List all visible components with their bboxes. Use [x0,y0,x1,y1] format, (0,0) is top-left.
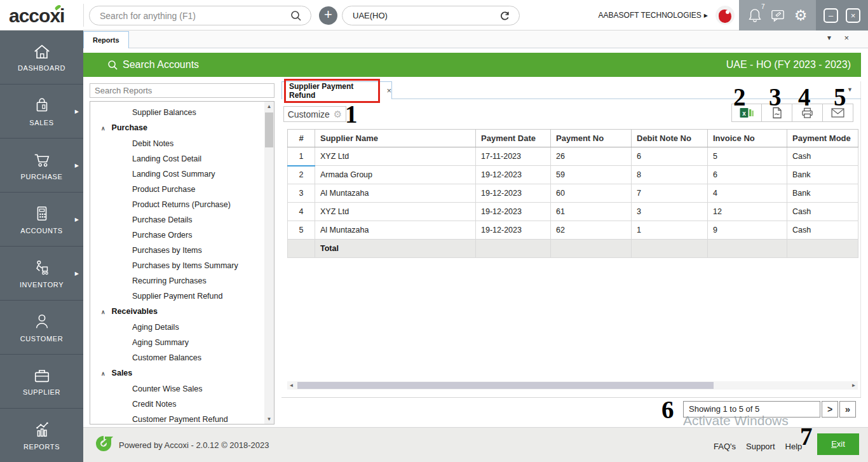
table-row[interactable]: 4XYZ Ltd19-12-202361312Cash [288,203,858,221]
hscrollbar-thumb[interactable] [297,382,714,389]
report-list-item[interactable]: Purchases by Items Summary [90,258,274,273]
annotation-7: 7 [800,424,813,449]
table-cell [787,240,858,258]
table-cell: 9 [708,221,787,240]
report-list-item[interactable]: Aging Details [90,320,274,335]
chat-icon [770,8,785,22]
report-section-header[interactable]: ∧Receivables [90,304,274,320]
messages-button[interactable] [770,8,785,22]
accoxi-logo: accoxi [9,5,64,27]
table-row[interactable]: 1XYZ Ltd17-11-20232665Cash [288,147,858,166]
table-row[interactable]: 2Armada Group19-12-20235986Bank [288,166,858,184]
report-list-item[interactable]: Purchase Orders [90,228,274,243]
tabstrip-close-icon[interactable]: × [844,33,849,43]
scroll-up-icon[interactable]: ▲ [264,102,274,111]
sidebar-item-customer[interactable]: CUSTOMER [0,300,83,354]
report-list-item[interactable]: Landing Cost Summary [90,166,274,182]
table-cell: 7 [632,184,708,203]
supplier-payment-refund-table: #Supplier NamePayment DatePayment NoDebi… [287,129,858,258]
exit-button[interactable]: Exit [817,433,859,455]
report-list-item[interactable]: Recurring Purchases [90,273,274,289]
faqs-link[interactable]: FAQ's [714,442,736,451]
accoxi-footer-logo [93,433,114,454]
report-list-item[interactable]: Supplier Payment Refund [90,289,274,304]
table-cell: 19-12-2023 [476,166,551,184]
report-list-item[interactable]: Debit Notes [90,136,274,151]
table-cell: 12 [708,203,787,221]
report-section-header[interactable]: ∧Purchase [90,120,274,136]
search-accounts-icon [107,60,118,71]
table-cell: Cash [787,221,858,240]
module-header-bar: Search Accounts UAE - HO (FY 2023 - 2023… [83,53,861,77]
support-link[interactable]: Support [746,442,775,451]
report-tab-close-icon[interactable]: × [386,86,391,95]
table-row[interactable]: 5Al Muntazaha19-12-20236219Cash [288,221,858,240]
top-bar: accoxi Search for anything (F1) + UAE(HO… [0,0,868,31]
report-list-item[interactable]: Purchase Details [90,212,274,228]
table-cell [551,240,632,258]
table-cell: 5 [708,147,787,166]
search-reports-input[interactable]: Search Reports [90,83,275,98]
table-horizontal-scrollbar[interactable]: ◄ ► [287,381,858,390]
report-list-item[interactable]: Purchases by Items [90,243,274,258]
report-list-item[interactable]: Aging Summary [90,335,274,350]
column-header: Debit Note No [632,130,708,147]
report-list-scrollbar[interactable]: ▲ ▼ [264,102,274,424]
column-header: Payment Mode [787,130,858,147]
customize-button[interactable]: Customize ⚙ [283,106,346,122]
sidebar-item-reports[interactable]: REPORTS [0,408,83,462]
last-page-button[interactable]: » [839,401,856,418]
sidebar-item-inventory[interactable]: INVENTORY ▶ [0,246,83,300]
user-avatar[interactable] [715,6,735,25]
report-list-item[interactable]: Customer Balances [90,350,274,365]
notifications-button[interactable]: 7 [748,8,762,23]
tab-reports[interactable]: Reports [83,31,129,48]
table-row[interactable]: 3Al Muntazaha19-12-20236074Bank [288,184,858,203]
table-cell: 3 [288,184,315,203]
scrollbar-thumb[interactable] [265,112,273,147]
report-section-header[interactable]: ∧Sales [90,365,274,381]
next-page-button[interactable]: > [822,401,838,418]
notification-count-badge: 7 [761,3,765,10]
minimize-button[interactable]: – [824,8,838,23]
report-list-item[interactable]: Counter Wise Sales [90,381,274,397]
add-button[interactable]: + [319,6,337,25]
settings-button[interactable]: ⚙ [794,8,808,23]
scroll-down-icon[interactable]: ▼ [264,414,274,424]
report-tabs-dropdown-icon[interactable]: ▼ [847,86,853,93]
table-cell: XYZ Ltd [315,203,476,221]
refresh-icon[interactable] [499,10,511,22]
tabstrip-dropdown-icon[interactable]: ▼ [826,34,832,41]
sidebar-item-supplier[interactable]: SUPPLIER [0,354,83,408]
table-cell: 8 [632,166,708,184]
report-list-item[interactable]: Customer Payment Refund [90,412,274,425]
branch-selector[interactable]: UAE(HO) [342,6,520,25]
close-button[interactable]: × [846,8,860,23]
annotation-4: 4 [798,85,811,109]
report-list-item[interactable]: Landing Cost Detail [90,151,274,166]
shopping-bag-icon [32,96,51,115]
table-cell: 19-12-2023 [476,221,551,240]
table-cell: 60 [551,184,632,203]
table-cell: 19-12-2023 [476,203,551,221]
cart-icon [32,150,52,169]
report-list-item[interactable]: Credit Notes [90,397,274,412]
footer-bar: Powered by Accoxi - 2.0.12 © 2018-2023 F… [83,427,868,462]
sidebar-item-sales[interactable]: SALES ▶ [0,84,83,138]
svg-text:x: x [742,110,746,117]
sidebar-item-accounts[interactable]: ACCOUNTS ▶ [0,192,83,246]
activate-windows-watermark: Activate Windows [683,413,789,428]
scroll-right-icon[interactable]: ► [850,381,858,390]
search-icon[interactable] [290,10,302,22]
tab-supplier-payment-refund[interactable]: Supplier Payment Refund × [281,81,392,99]
sidebar-item-dashboard[interactable]: DASHBOARD [0,31,83,84]
report-list-item[interactable]: Product Returns (Purchase) [90,197,274,212]
branch-label: UAE(HO) [353,11,499,20]
report-list-item[interactable]: Product Purchase [90,182,274,197]
global-search-input[interactable]: Search for anything (F1) [89,6,311,25]
window-controls: – × [816,0,868,31]
sidebar-item-purchase[interactable]: PURCHASE ▶ [0,138,83,192]
scroll-left-icon[interactable]: ◄ [287,381,295,390]
company-menu[interactable]: AABASOFT TECHNOLOGIES▶ [599,11,708,20]
report-list-item[interactable]: Supplier Balances [90,105,274,120]
